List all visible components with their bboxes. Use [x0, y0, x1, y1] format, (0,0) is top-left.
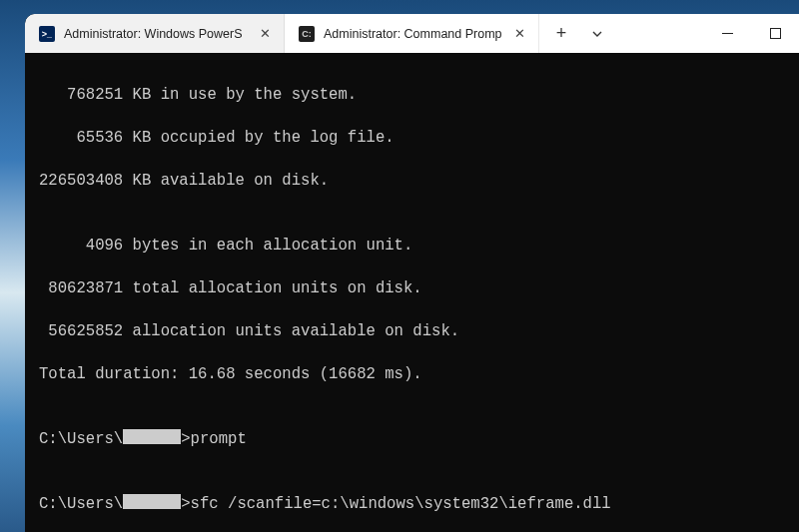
cmd-icon: C: — [299, 26, 315, 42]
minimize-icon — [722, 28, 733, 39]
output-line: 768251 KB in use by the system. — [39, 85, 799, 107]
output-line: 65536 KB occupied by the log file. — [39, 128, 799, 150]
tab-title: Administrator: Command Promp — [324, 27, 501, 41]
prompt-line: C:\Users\>prompt — [39, 429, 799, 451]
minimize-button[interactable] — [703, 14, 751, 53]
terminal-output[interactable]: 768251 KB in use by the system. 65536 KB… — [25, 53, 799, 532]
maximize-icon — [770, 28, 781, 39]
tab-dropdown-button[interactable] — [579, 14, 615, 53]
close-tab-icon[interactable]: ✕ — [510, 25, 528, 43]
tab-toolbar: + — [543, 14, 615, 53]
tab-powershell[interactable]: >_ Administrator: Windows PowerS ✕ — [25, 14, 285, 53]
prompt-line: C:\Users\>sfc /scanfile=c:\windows\syste… — [39, 494, 799, 516]
output-line: 56625852 allocation units available on d… — [39, 321, 799, 343]
redacted-username — [123, 429, 181, 444]
powershell-icon: >_ — [39, 26, 55, 42]
tab-title: Administrator: Windows PowerS — [64, 27, 247, 41]
titlebar: >_ Administrator: Windows PowerS ✕ C: Ad… — [25, 14, 799, 53]
terminal-window: >_ Administrator: Windows PowerS ✕ C: Ad… — [25, 14, 799, 532]
new-tab-button[interactable]: + — [543, 14, 579, 53]
maximize-button[interactable] — [751, 14, 799, 53]
chevron-down-icon — [591, 28, 603, 40]
output-line: 226503408 KB available on disk. — [39, 171, 799, 193]
redacted-username — [123, 494, 181, 509]
window-controls — [703, 14, 799, 53]
tab-cmd[interactable]: C: Administrator: Command Promp ✕ — [285, 14, 539, 53]
svg-rect-1 — [770, 29, 780, 39]
close-tab-icon[interactable]: ✕ — [256, 25, 274, 43]
output-line: Total duration: 16.68 seconds (16682 ms)… — [39, 364, 799, 386]
output-line: 80623871 total allocation units on disk. — [39, 278, 799, 300]
output-line: 4096 bytes in each allocation unit. — [39, 236, 799, 258]
